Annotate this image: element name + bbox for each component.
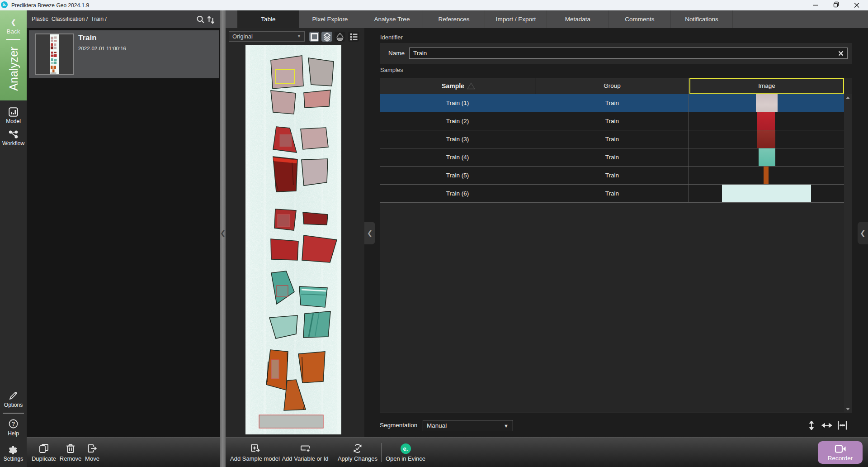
svg-text:?: ? (12, 421, 15, 427)
